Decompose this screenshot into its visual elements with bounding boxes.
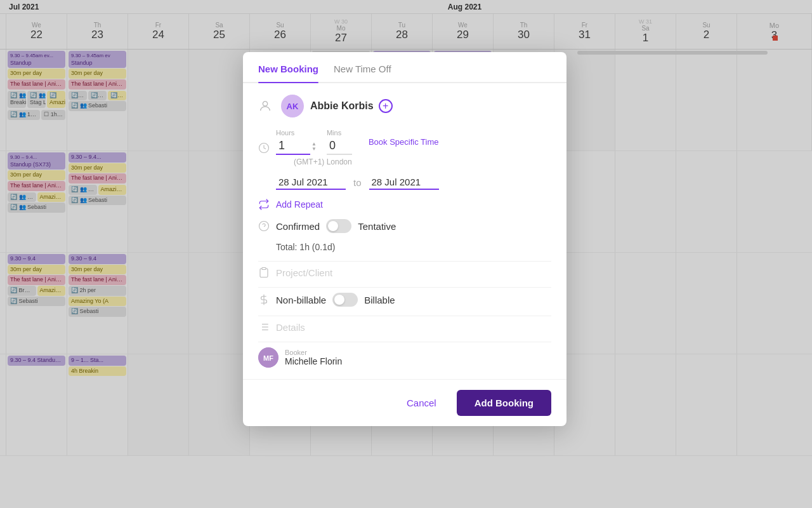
date-to-separator: to: [353, 177, 362, 188]
svg-text:AK: AK: [287, 102, 299, 111]
date-from-input[interactable]: [276, 175, 346, 190]
modal-tabs: New Booking New Time Off: [243, 52, 566, 83]
clipboard-icon: [258, 267, 276, 278]
time-row: Hours ▲ ▼ Mins Book Specific: [258, 129, 551, 166]
dollar-icon: [258, 294, 276, 305]
booker-label: Booker: [285, 349, 342, 356]
person-avatar: AK: [281, 95, 304, 117]
person-icon-wrap: [258, 99, 276, 113]
divider-1: [258, 261, 551, 262]
book-specific-time-button[interactable]: Book Specific Time: [369, 137, 439, 147]
date-to-input[interactable]: [369, 175, 439, 190]
mins-label: Mins: [327, 129, 352, 137]
question-icon: [258, 220, 276, 232]
billable-toggle-row: Non-billable Billable: [258, 293, 551, 307]
toggle-knob: [328, 221, 338, 231]
svg-point-0: [263, 102, 267, 106]
non-billable-label: Non-billable: [276, 295, 326, 305]
time-inputs: Hours ▲ ▼ Mins Book Specific: [276, 129, 438, 155]
add-person-button[interactable]: +: [379, 99, 393, 113]
project-client-field[interactable]: Project/Client: [276, 267, 332, 278]
details-icon: [258, 321, 276, 333]
hours-input[interactable]: [276, 138, 310, 155]
repeat-icon: [258, 199, 276, 210]
confirmed-tentative-toggle[interactable]: [326, 219, 351, 233]
confirmed-toggle-row: Confirmed Tentative: [258, 219, 551, 233]
billable-toggle-knob: [334, 295, 344, 305]
booker-avatar: MF: [258, 347, 278, 368]
total-row: Total: 1h (0.1d): [276, 242, 551, 252]
modal-body: AK Abbie Korbis + Hours: [243, 83, 566, 368]
divider-4: [258, 342, 551, 342]
svg-rect-6: [262, 268, 266, 270]
tentative-label: Tentative: [358, 221, 396, 232]
hours-down[interactable]: ▼: [311, 147, 317, 152]
clock-icon: [258, 142, 276, 154]
project-row: Project/Client: [258, 267, 551, 278]
timezone-label: (GMT+1) London: [294, 157, 438, 166]
booker-name: Michelle Florin: [285, 356, 342, 366]
details-row: Details: [258, 321, 551, 333]
tab-new-booking[interactable]: New Booking: [258, 64, 318, 82]
hours-stepper[interactable]: ▲ ▼: [311, 142, 317, 152]
confirmed-label: Confirmed: [276, 221, 320, 232]
time-fields: Hours ▲ ▼ Mins Book Specific: [276, 129, 438, 166]
repeat-row: Add Repeat: [258, 199, 551, 210]
mins-input[interactable]: [327, 138, 352, 155]
modal-footer: Cancel Add Booking: [243, 379, 566, 426]
booker-row: MF Booker Michelle Florin: [258, 347, 551, 368]
add-repeat-button[interactable]: Add Repeat: [276, 199, 323, 210]
booker-info: Booker Michelle Florin: [285, 349, 342, 366]
new-booking-modal: New Booking New Time Off AK Abbie Korbis…: [243, 52, 566, 426]
details-field[interactable]: Details: [276, 322, 305, 333]
date-row: to: [276, 175, 551, 190]
total-text: Total: 1h (0.1d): [276, 242, 335, 252]
svg-point-4: [259, 222, 269, 231]
divider-3: [258, 316, 551, 316]
billable-toggle[interactable]: [332, 293, 358, 307]
svg-text:MF: MF: [263, 354, 273, 362]
mins-group: Mins: [327, 129, 352, 155]
divider-2: [258, 287, 551, 288]
add-booking-button[interactable]: Add Booking: [457, 390, 551, 416]
tab-new-time-off[interactable]: New Time Off: [334, 64, 391, 82]
billable-label: Billable: [364, 295, 395, 305]
person-row: AK Abbie Korbis +: [258, 95, 551, 117]
user-icon: [258, 99, 272, 113]
person-name: Abbie Korbis: [310, 100, 374, 112]
cancel-button[interactable]: Cancel: [396, 392, 447, 413]
hours-label: Hours: [276, 129, 317, 137]
hours-group: Hours ▲ ▼: [276, 129, 317, 155]
